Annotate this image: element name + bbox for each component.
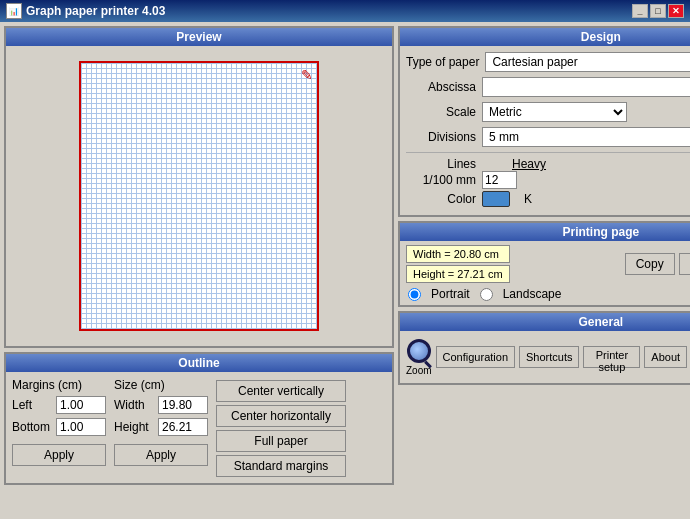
- bottom-margin-row: Bottom: [12, 418, 106, 436]
- close-button[interactable]: ✕: [668, 4, 684, 18]
- type-label: Type of paper: [406, 55, 479, 69]
- right-panel: Design Type of paper Cartesian paper Abs…: [398, 26, 690, 515]
- orientation-row: Portrait Landscape: [406, 287, 690, 301]
- left-panel: Preview ✎ Outline Margins (cm) Left: [4, 26, 394, 515]
- general-section: General Zoom Configuration Shortcuts Pri…: [398, 311, 690, 385]
- printing-header: Printing page: [400, 223, 690, 241]
- outline-content: Margins (cm) Left Bottom Apply Size (cm): [6, 372, 392, 483]
- portrait-label: Portrait: [431, 287, 470, 301]
- abscissa-controls: [482, 77, 690, 97]
- keep-label: K: [524, 192, 532, 206]
- width-label: Width: [114, 398, 154, 412]
- portrait-radio[interactable]: [408, 288, 421, 301]
- divisions-select[interactable]: 5 mm: [482, 127, 690, 147]
- outline-header: Outline: [6, 354, 392, 372]
- window-controls: _ □ ✕: [632, 4, 684, 18]
- height-label: Height: [114, 420, 154, 434]
- left-margin-row: Left: [12, 396, 106, 414]
- lines-per100-row: 1/100 mm: [406, 171, 690, 189]
- heavy-label[interactable]: Heavy: [512, 157, 546, 171]
- lines-section: Lines Heavy 1/100 mm Color K Change: [406, 152, 690, 209]
- per100mm-label: 1/100 mm: [406, 173, 476, 187]
- zoom-tool[interactable]: Zoom: [406, 335, 432, 379]
- size-info-block: Width = 20.80 cm Height = 27.21 cm: [406, 245, 510, 283]
- type-select-container: Cartesian paper: [485, 52, 690, 72]
- color-label: Color: [406, 192, 476, 206]
- general-content: Zoom Configuration Shortcuts Printer set…: [400, 331, 690, 383]
- bottom-label: Bottom: [12, 420, 52, 434]
- size-info-row: Width = 20.80 cm Height = 27.21 cm Copy …: [406, 245, 690, 283]
- landscape-label: Landscape: [503, 287, 562, 301]
- main-window: Preview ✎ Outline Margins (cm) Left: [0, 22, 690, 519]
- left-label: Left: [12, 398, 52, 412]
- type-of-paper-row: Type of paper Cartesian paper: [406, 52, 690, 72]
- grid-canvas: [81, 63, 317, 329]
- design-section: Design Type of paper Cartesian paper Abs…: [398, 26, 690, 217]
- printer-setup-button[interactable]: Printer setup: [583, 346, 640, 368]
- divisions-row: Divisions 5 mm: [406, 127, 690, 147]
- margins-group: Margins (cm) Left Bottom Apply: [12, 378, 106, 466]
- zoom-lens-icon: [407, 339, 431, 363]
- standard-margins-button[interactable]: Standard margins: [216, 455, 346, 477]
- preview-header: Preview: [6, 28, 392, 46]
- full-paper-button[interactable]: Full paper: [216, 430, 346, 452]
- type-select[interactable]: Cartesian paper: [485, 52, 690, 72]
- general-header: General: [400, 313, 690, 331]
- width-row: Width: [114, 396, 208, 414]
- landscape-radio[interactable]: [480, 288, 493, 301]
- size-apply-button[interactable]: Apply: [114, 444, 208, 466]
- save-button[interactable]: Save: [679, 253, 690, 275]
- height-info: Height = 27.21 cm: [406, 265, 510, 283]
- scale-row: Scale Metric ▼: [406, 102, 690, 122]
- save-copy-row: Copy Save 🖨 Print: [625, 253, 690, 275]
- printing-content: Width = 20.80 cm Height = 27.21 cm Copy …: [400, 241, 690, 305]
- about-button[interactable]: About: [644, 346, 687, 368]
- preview-area: ✎: [6, 46, 392, 346]
- minimize-button[interactable]: _: [632, 4, 648, 18]
- bottom-input[interactable]: [56, 418, 106, 436]
- abscissa-select[interactable]: [482, 77, 690, 97]
- zoom-lens-container: [407, 339, 431, 363]
- paper-preview: ✎: [79, 61, 319, 331]
- per100mm-input[interactable]: [482, 171, 517, 189]
- color-swatch[interactable]: [482, 191, 510, 207]
- title-bar: 📊 Graph paper printer 4.03 _ □ ✕: [0, 0, 690, 22]
- design-header: Design: [400, 28, 690, 46]
- app-icon: 📊: [6, 3, 22, 19]
- height-row: Height: [114, 418, 208, 436]
- printing-section: Printing page Width = 20.80 cm Height = …: [398, 221, 690, 307]
- edit-icon[interactable]: ✎: [301, 67, 313, 83]
- app-title: Graph paper printer 4.03: [26, 4, 165, 18]
- size-group: Size (cm) Width Height Apply: [114, 378, 208, 466]
- center-vertically-button[interactable]: Center vertically: [216, 380, 346, 402]
- lines-label: Lines: [406, 157, 476, 171]
- maximize-button[interactable]: □: [650, 4, 666, 18]
- scale-label: Scale: [406, 105, 476, 119]
- center-horizontally-button[interactable]: Center horizontally: [216, 405, 346, 427]
- size-label: Size (cm): [114, 378, 208, 392]
- color-row: Color K Change: [406, 189, 690, 209]
- design-content: Type of paper Cartesian paper Abscissa: [400, 46, 690, 215]
- divisions-label: Divisions: [406, 130, 476, 144]
- copy-button[interactable]: Copy: [625, 253, 675, 275]
- preview-section: Preview ✎: [4, 26, 394, 348]
- margins-label: Margins (cm): [12, 378, 106, 392]
- width-info: Width = 20.80 cm: [406, 245, 510, 263]
- abscissa-label: Abscissa: [406, 80, 476, 94]
- height-input[interactable]: [158, 418, 208, 436]
- margins-apply-button[interactable]: Apply: [12, 444, 106, 466]
- abscissa-row: Abscissa: [406, 77, 690, 97]
- outline-buttons: Center vertically Center horizontally Fu…: [216, 380, 346, 477]
- left-input[interactable]: [56, 396, 106, 414]
- shortcuts-button[interactable]: Shortcuts: [519, 346, 579, 368]
- scale-select[interactable]: Metric: [482, 102, 627, 122]
- configuration-button[interactable]: Configuration: [436, 346, 515, 368]
- outline-section: Outline Margins (cm) Left Bottom Apply: [4, 352, 394, 485]
- lines-header-row: Lines Heavy: [406, 157, 690, 171]
- width-input[interactable]: [158, 396, 208, 414]
